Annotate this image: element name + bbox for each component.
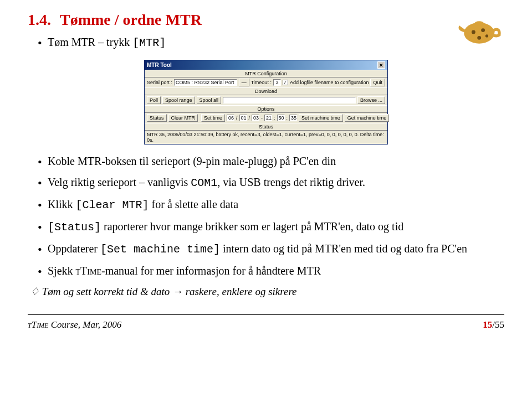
- status-button[interactable]: Status: [147, 114, 167, 122]
- section-number: 1.4.: [28, 11, 51, 28]
- svg-point-4: [477, 36, 481, 40]
- addlog-checkbox[interactable]: ✓: [283, 80, 288, 85]
- path-field[interactable]: [223, 97, 356, 104]
- top-bullet: Tøm MTR – trykk [MTR]: [38, 33, 454, 52]
- browse-button[interactable]: Browse ...: [357, 96, 385, 104]
- set-machine-time-button[interactable]: Set machine time: [299, 114, 343, 122]
- spool-all-button[interactable]: Spool all: [197, 96, 222, 104]
- timeout-label: Timeout :: [251, 80, 272, 85]
- text: Tøm MTR – trykk: [48, 36, 132, 48]
- spool-range-button[interactable]: Spool range: [162, 96, 195, 104]
- timeout-field[interactable]: 3: [273, 79, 281, 86]
- svg-point-1: [474, 21, 484, 26]
- diamond-note: ♢ Tøm og sett korrekt tid & dato → raske…: [28, 285, 504, 298]
- window-title: MTR Tool: [147, 62, 172, 68]
- serial-dropdown[interactable]: —: [239, 79, 249, 86]
- mtr-tool-window: MTR Tool ✕ MTR Configuration Serial port…: [144, 60, 388, 144]
- time-m[interactable]: 50: [277, 115, 285, 121]
- status-header: Status: [145, 123, 387, 131]
- get-machine-time-button[interactable]: Get machine time: [345, 114, 390, 122]
- section-title: Tømme / ordne MTR: [60, 11, 202, 28]
- bullet-3: Klikk [Clear MTR] for å slette alle data: [38, 195, 504, 214]
- code: [MTR]: [132, 37, 166, 49]
- bullet-4: [Status] raporterer hvor mange brikker s…: [38, 218, 504, 236]
- quit-button[interactable]: Quit: [370, 79, 385, 86]
- footer-rule: [28, 314, 504, 315]
- time-s[interactable]: 35: [289, 115, 297, 121]
- bullet-1: Koble MTR-boksen til serieport (9-pin ma…: [38, 152, 504, 170]
- bullet-2: Velg riktig serieport – vanligvis COM1, …: [38, 173, 504, 192]
- clear-mtr-button[interactable]: Clear MTR: [168, 114, 198, 122]
- serial-port-label: Serial port :: [147, 80, 172, 85]
- serial-port-field[interactable]: COM5 : RS232 Serial Port: [174, 79, 237, 86]
- bullet-6: Sjekk tTime-manual for mer informasjon f…: [38, 262, 504, 280]
- date-y[interactable]: 03: [252, 115, 259, 121]
- footer-page: 15/55: [483, 319, 504, 330]
- date-d[interactable]: 06: [227, 115, 234, 121]
- time-h[interactable]: 21: [264, 115, 272, 121]
- config-header: MTR Configuration: [145, 70, 387, 78]
- poll-button[interactable]: Poll: [147, 96, 161, 104]
- close-icon[interactable]: ✕: [377, 61, 385, 69]
- svg-point-2: [472, 30, 475, 34]
- addlog-label: Add logfile filename to configuration: [290, 80, 369, 85]
- bullet-5: Oppdaterer [Set machine time] intern dat…: [38, 240, 504, 259]
- teapot-logo: [454, 11, 504, 49]
- svg-point-5: [485, 34, 488, 37]
- footer-left: tTime Course, Mar, 2006: [28, 319, 121, 330]
- svg-point-3: [481, 28, 485, 32]
- set-time-button[interactable]: Set time: [201, 114, 225, 122]
- options-header: Options: [145, 105, 387, 113]
- status-line: MTR 36, 2006/01/03 21:50:39, battery ok,…: [145, 131, 387, 144]
- date-m[interactable]: 01: [239, 115, 247, 121]
- download-header: Download: [145, 87, 387, 95]
